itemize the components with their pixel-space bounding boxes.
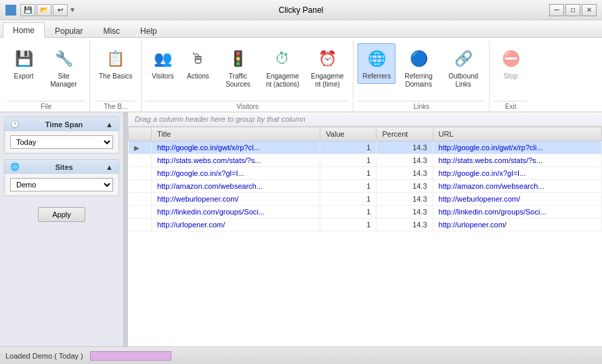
dropdown-arrow[interactable]: ▼ (69, 6, 76, 14)
tab-misc[interactable]: Misc (93, 23, 130, 38)
timespan-body: Today Yesterday Last 7 days Last 30 days… (5, 131, 119, 153)
row-url[interactable]: http://linkedin.com/groups/Soci... (433, 206, 601, 219)
engagement-time-label: Engagement (time) (310, 72, 344, 89)
actions-button[interactable]: 🖱 Actions (181, 43, 215, 84)
tab-help[interactable]: Help (130, 23, 167, 38)
col-header-url[interactable]: URL (433, 127, 601, 141)
row-url[interactable]: http://weburlopener.com/ (433, 193, 601, 206)
row-title: http://weburlopener.com/ (151, 193, 320, 206)
col-header-title[interactable]: Title (151, 127, 320, 141)
export-label: Export (14, 72, 34, 81)
row-expand-arrow[interactable] (129, 167, 152, 180)
visitors-button[interactable]: 👥 Visitors (146, 43, 179, 84)
row-value: 1 (320, 167, 377, 180)
row-url[interactable]: http://urlopener.com/ (433, 219, 601, 231)
row-percent: 14.3 (377, 167, 433, 180)
tab-home[interactable]: Home (3, 22, 45, 38)
row-percent: 14.3 (377, 219, 433, 231)
title-bar: 💾 📂 ↩ ▼ Clicky Panel ─ □ ✕ (0, 0, 602, 20)
table-row[interactable]: http://linkedin.com/groups/Soci...114.3h… (129, 206, 602, 219)
row-value: 1 (320, 180, 377, 193)
table-row[interactable]: http://amazon.com/websearch...114.3http:… (129, 180, 602, 193)
row-percent: 14.3 (377, 141, 433, 154)
table-row[interactable]: ▶http://google.co.in/gwt/x/rp?cl...114.3… (129, 141, 602, 154)
row-url[interactable]: http://google.co.in/x?gl=I... (433, 167, 601, 180)
row-expand-arrow[interactable] (129, 193, 152, 206)
row-expand-arrow[interactable] (129, 206, 152, 219)
folder-quick-btn[interactable]: 📂 (37, 4, 51, 16)
table-row[interactable]: http://weburlopener.com/114.3http://webu… (129, 193, 602, 206)
quick-access-toolbar: 💾 📂 ↩ ▼ (20, 4, 76, 16)
table-row[interactable]: http://stats.webs.com/stats/?s...114.3ht… (129, 154, 602, 167)
visitors-icon: 👥 (150, 47, 175, 71)
sites-body: Demo Site 1 Site 2 (5, 174, 119, 196)
traffic-button[interactable]: 🚦 Traffic Sources (216, 43, 259, 92)
ribbon: 💾 Export 🔧 Site Manager File 📋 The Basic… (0, 38, 602, 112)
col-header-value[interactable]: Value (320, 127, 377, 141)
app-icon (5, 5, 16, 16)
apply-button[interactable]: Apply (38, 207, 85, 222)
row-expand-arrow[interactable]: ▶ (129, 141, 152, 154)
row-expand-arrow[interactable] (129, 219, 152, 231)
engagement-time-icon: ⏰ (315, 47, 339, 71)
row-expand-arrow[interactable] (129, 154, 152, 167)
row-percent: 14.3 (377, 206, 433, 219)
sites-select[interactable]: Demo Site 1 Site 2 (10, 178, 113, 191)
minimize-button[interactable]: ─ (549, 4, 564, 16)
data-table[interactable]: Title Value Percent URL ▶http://google.c… (128, 127, 602, 346)
status-text: Loaded Demo ( Today ) (5, 352, 83, 360)
engagement-time-button[interactable]: ⏰ Engagement (time) (305, 43, 349, 92)
export-button[interactable]: 💾 Export (7, 43, 41, 84)
table-row[interactable]: http://urlopener.com/114.3http://urlopen… (129, 219, 602, 231)
referrers-button[interactable]: 🌐 Referrers (358, 43, 395, 84)
ribbon-group-exit: ⛔ Stop Exit (490, 41, 532, 112)
content-area: Drag a column header here to group by th… (128, 112, 602, 346)
timespan-header[interactable]: 🕐 Time Span ▲ (5, 117, 119, 131)
tab-popular[interactable]: Popular (45, 23, 93, 38)
actions-icon: 🖱 (186, 47, 210, 71)
status-progress-bar (90, 351, 171, 361)
undo-quick-btn[interactable]: ↩ (53, 4, 68, 16)
maximize-button[interactable]: □ (565, 4, 580, 16)
status-bar: Loaded Demo ( Today ) (0, 346, 602, 364)
row-url[interactable]: http://stats.webs.com/stats/?s... (433, 154, 601, 167)
sites-header[interactable]: 🌐 Sites ▲ (5, 160, 119, 174)
engagement-actions-button[interactable]: ⏱ Engagement (actions) (261, 43, 304, 92)
main-layout: 🕐 Time Span ▲ Today Yesterday Last 7 day… (0, 112, 602, 346)
actions-label: Actions (187, 72, 209, 81)
table-row[interactable]: http://google.co.in/x?gl=I...114.3http:/… (129, 167, 602, 180)
save-quick-btn[interactable]: 💾 (20, 4, 35, 16)
basics-button[interactable]: 📋 The Basics (94, 43, 137, 84)
sites-collapse-icon[interactable]: ▲ (106, 163, 113, 171)
row-url[interactable]: http://amazon.com/websearch... (433, 180, 601, 193)
refdomains-button[interactable]: 🔵 Referring Domains (397, 43, 440, 92)
timespan-select[interactable]: Today Yesterday Last 7 days Last 30 days… (10, 135, 113, 149)
row-title: http://google.co.in/gwt/x/rp?cl... (151, 141, 320, 154)
basics-label: The Basics (99, 72, 132, 81)
close-button[interactable]: ✕ (582, 4, 597, 16)
ribbon-group-visitors: 👥 Visitors 🖱 Actions 🚦 Traffic Sources ⏱… (142, 41, 353, 112)
row-title: http://stats.webs.com/stats/?s... (151, 154, 320, 167)
stop-button[interactable]: ⛔ Stop (494, 43, 528, 84)
timespan-icon: 🕐 (10, 120, 20, 129)
timespan-collapse-icon[interactable]: ▲ (106, 120, 113, 129)
row-expand-arrow[interactable] (129, 180, 152, 193)
visitors-group-label: Visitors (146, 101, 349, 112)
sitemanager-button[interactable]: 🔧 Site Manager (42, 43, 85, 92)
exit-group-label: Exit (494, 101, 528, 112)
outbound-icon: 🔗 (451, 47, 475, 71)
file-group-label: File (7, 101, 85, 112)
table-body: ▶http://google.co.in/gwt/x/rp?cl...114.3… (129, 141, 602, 231)
col-header-percent[interactable]: Percent (377, 127, 433, 141)
engagement-actions-icon: ⏱ (270, 47, 295, 71)
exit-buttons: ⛔ Stop (494, 41, 528, 101)
links-group-label: Links (358, 101, 485, 112)
outbound-button[interactable]: 🔗 Outbound Links (442, 43, 485, 92)
table-header-row: Title Value Percent URL (129, 127, 602, 141)
row-url[interactable]: http://google.co.in/gwt/x/rp?cli... (433, 141, 601, 154)
row-value: 1 (320, 154, 377, 167)
row-title: http://google.co.in/x?gl=I... (151, 167, 320, 180)
sitemanager-icon: 🔧 (51, 47, 76, 71)
row-percent: 14.3 (377, 180, 433, 193)
referrers-label: Referrers (362, 72, 391, 81)
